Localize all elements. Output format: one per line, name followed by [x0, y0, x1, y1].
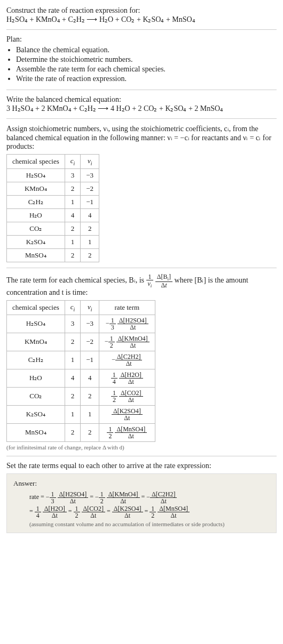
rate-expression-line2: = 14 Δ[H2O]Δt = 12 Δ[CO2]Δt = Δ[K2SO4]Δt…: [29, 505, 270, 519]
col-v: νi: [81, 155, 99, 169]
col-c: ci: [65, 300, 81, 315]
rate-fraction-2: Δ[Bi]Δt: [155, 273, 172, 288]
table-row: K₂SO₄11: [7, 235, 99, 248]
col-v: νi: [81, 300, 99, 315]
section-rate: The rate term for each chemical species,…: [6, 273, 277, 456]
balanced-equation: 3 H₂SO₄ + 2 KMnO₄ + C₂H₂ ⟶ 4 H₂O + 2 CO₂…: [6, 104, 277, 113]
plan-item: Write the rate of reaction expression.: [16, 75, 277, 83]
plan-list: Balance the chemical equation. Determine…: [6, 46, 277, 83]
rate-fraction-1: 1νi: [146, 273, 154, 288]
plan-item: Determine the stoichiometric numbers.: [16, 55, 277, 64]
table-row: MnSO₄ 2 2 12 Δ[MnSO4]Δt: [7, 423, 155, 441]
rate-note: (for infinitesimal rate of change, repla…: [6, 444, 277, 450]
rate-intro: The rate term for each chemical species,…: [6, 273, 277, 297]
table-row: K₂SO₄ 1 1 Δ[K2SO4]Δt: [7, 405, 155, 423]
table-header-row: chemical species ci νi: [7, 155, 99, 169]
plan-item: Assemble the rate term for each chemical…: [16, 65, 277, 74]
table-row: C₂H₂ 1 −1 −Δ[C2H2]Δt: [7, 351, 155, 369]
rate-cell: −Δ[C2H2]Δt: [99, 351, 155, 369]
rate-expression-line1: rate = −13 Δ[H2SO4]Δt = −12 Δ[KMnO4]Δt =…: [29, 491, 270, 504]
section-balanced: Write the balanced chemical equation: 3 …: [6, 95, 277, 119]
table-row: CO₂ 2 2 12 Δ[CO2]Δt: [7, 387, 155, 405]
table-row: MnSO₄22: [7, 248, 99, 262]
rate-table: chemical species ci νi rate term H₂SO₄ 3…: [6, 300, 155, 442]
plan-item: Balance the chemical equation.: [16, 46, 277, 54]
rate-cell: 14 Δ[H2O]Δt: [99, 369, 155, 387]
rate-cell: −13 Δ[H2SO4]Δt: [99, 315, 155, 333]
table-row: H₂SO₄ 3 −3 −13 Δ[H2SO4]Δt: [7, 315, 155, 333]
unbalanced-equation: H₂SO₄ + KMnO₄ + C₂H₂ ⟶ H₂O + CO₂ + K₂SO₄…: [6, 15, 277, 24]
col-rate: rate term: [99, 300, 155, 315]
section-construct: Construct the rate of reaction expressio…: [6, 6, 277, 30]
balanced-heading: Write the balanced chemical equation:: [6, 95, 277, 104]
table-header-row: chemical species ci νi rate term: [7, 300, 155, 315]
section-final: Set the rate terms equal to each other t…: [6, 462, 277, 533]
construct-label: Construct the rate of reaction expressio…: [6, 6, 277, 15]
table-row: KMnO₄2−2: [7, 182, 99, 195]
col-c: ci: [65, 155, 81, 169]
answer-label: Answer:: [13, 479, 270, 488]
table-row: C₂H₂1−1: [7, 195, 99, 208]
col-species: chemical species: [7, 300, 65, 315]
rate-cell: 12 Δ[CO2]Δt: [99, 387, 155, 405]
table-row: H₂O 4 4 14 Δ[H2O]Δt: [7, 369, 155, 387]
plan-heading: Plan:: [6, 35, 277, 44]
col-species: chemical species: [7, 155, 65, 169]
rate-cell: Δ[K2SO4]Δt: [99, 405, 155, 423]
rate-cell: −12 Δ[KMnO4]Δt: [99, 333, 155, 351]
section-stoich: Assign stoichiometric numbers, νᵢ, using…: [6, 124, 277, 268]
section-plan: Plan: Balance the chemical equation. Det…: [6, 35, 277, 90]
stoich-intro: Assign stoichiometric numbers, νᵢ, using…: [6, 124, 277, 151]
stoich-table: chemical species ci νi H₂SO₄3−3 KMnO₄2−2…: [6, 154, 99, 262]
table-row: H₂SO₄3−3: [7, 168, 99, 182]
final-heading: Set the rate terms equal to each other t…: [6, 462, 277, 470]
rate-cell: 12 Δ[MnSO4]Δt: [99, 423, 155, 441]
table-row: KMnO₄ 2 −2 −12 Δ[KMnO4]Δt: [7, 333, 155, 351]
table-row: H₂O44: [7, 208, 99, 222]
answer-assumption: (assuming constant volume and no accumul…: [29, 521, 270, 527]
answer-box: Answer: rate = −13 Δ[H2SO4]Δt = −12 Δ[KM…: [6, 473, 277, 533]
table-row: CO₂22: [7, 222, 99, 235]
